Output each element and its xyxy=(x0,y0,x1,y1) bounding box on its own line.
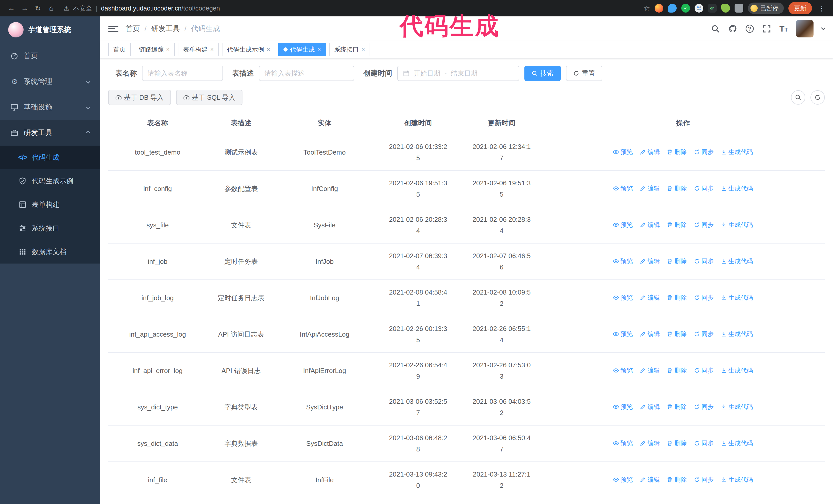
generate-code-link[interactable]: 生成代码 xyxy=(721,401,753,412)
delete-link[interactable]: 删除 xyxy=(667,401,687,412)
delete-link[interactable]: 删除 xyxy=(667,256,687,267)
delete-link[interactable]: 删除 xyxy=(667,292,687,303)
back-icon[interactable]: ← xyxy=(5,2,18,14)
close-icon[interactable]: × xyxy=(210,46,214,52)
extension-icon-6[interactable] xyxy=(721,4,730,13)
import-db-button[interactable]: 基于 DB 导入 xyxy=(108,90,171,105)
edit-link[interactable]: 编辑 xyxy=(640,219,660,231)
preview-link[interactable]: 预览 xyxy=(613,474,633,485)
edit-link[interactable]: 编辑 xyxy=(640,292,660,303)
preview-link[interactable]: 预览 xyxy=(613,256,633,267)
sidebar-item-form-builder[interactable]: 表单构建 xyxy=(0,193,100,216)
tab-codegen-example[interactable]: 代码生成示例× xyxy=(222,43,275,56)
edit-link[interactable]: 编辑 xyxy=(640,329,660,340)
generate-code-link[interactable]: 生成代码 xyxy=(721,256,753,267)
edit-link[interactable]: 编辑 xyxy=(640,256,660,267)
reload-icon[interactable]: ↻ xyxy=(32,2,44,14)
preview-link[interactable]: 预览 xyxy=(613,146,633,158)
sidebar-item-api[interactable]: 系统接口 xyxy=(0,216,100,240)
edit-link[interactable]: 编辑 xyxy=(640,183,660,194)
import-sql-button[interactable]: 基于 SQL 导入 xyxy=(176,90,243,105)
sidebar-item-infra[interactable]: 基础设施 xyxy=(0,94,100,120)
tab-form-builder[interactable]: 表单构建× xyxy=(178,43,219,56)
delete-link[interactable]: 删除 xyxy=(667,219,687,231)
sidebar-item-system[interactable]: ⚙ 系统管理 xyxy=(0,69,100,94)
breadcrumb-home[interactable]: 首页 xyxy=(125,24,140,33)
preview-link[interactable]: 预览 xyxy=(613,292,633,303)
sync-link[interactable]: 同步 xyxy=(694,183,714,194)
font-size-icon[interactable]: TT xyxy=(780,24,788,33)
generate-code-link[interactable]: 生成代码 xyxy=(721,365,753,376)
edit-link[interactable]: 编辑 xyxy=(640,474,660,485)
github-icon[interactable] xyxy=(728,24,737,33)
update-button[interactable]: 更新 xyxy=(788,2,812,14)
sidebar-item-devtools[interactable]: 研发工具 xyxy=(0,120,100,146)
edit-link[interactable]: 编辑 xyxy=(640,146,660,158)
profile-paused-badge[interactable]: 已暂停 xyxy=(748,3,784,14)
extension-icon-4[interactable] xyxy=(695,4,703,13)
generate-code-link[interactable]: 生成代码 xyxy=(721,219,753,231)
extension-icon-1[interactable] xyxy=(654,4,663,13)
delete-link[interactable]: 删除 xyxy=(667,329,687,340)
generate-code-link[interactable]: 生成代码 xyxy=(721,474,753,485)
sync-link[interactable]: 同步 xyxy=(694,256,714,267)
sync-link[interactable]: 同步 xyxy=(694,401,714,412)
close-icon[interactable]: × xyxy=(166,46,170,52)
toggle-search-button[interactable] xyxy=(791,90,805,104)
edit-link[interactable]: 编辑 xyxy=(640,365,660,376)
close-icon[interactable]: × xyxy=(361,46,365,52)
security-label[interactable]: 不安全 xyxy=(73,4,92,13)
app-logo[interactable]: 芋道管理系统 xyxy=(0,17,100,43)
extensions-puzzle-icon[interactable] xyxy=(735,4,743,13)
preview-link[interactable]: 预览 xyxy=(613,401,633,412)
search-button[interactable]: 搜索 xyxy=(524,66,561,81)
search-icon[interactable] xyxy=(711,24,720,33)
url-path[interactable]: /tool/codegen xyxy=(182,5,220,12)
delete-link[interactable]: 删除 xyxy=(667,474,687,485)
generate-code-link[interactable]: 生成代码 xyxy=(721,438,753,449)
preview-link[interactable]: 预览 xyxy=(613,329,633,340)
table-desc-input[interactable] xyxy=(259,66,354,81)
delete-link[interactable]: 删除 xyxy=(667,438,687,449)
delete-link[interactable]: 删除 xyxy=(667,365,687,376)
edit-link[interactable]: 编辑 xyxy=(640,401,660,412)
sync-link[interactable]: 同步 xyxy=(694,474,714,485)
sync-link[interactable]: 同步 xyxy=(694,292,714,303)
date-range-picker[interactable]: 开始日期 - 结束日期 xyxy=(397,66,519,81)
delete-link[interactable]: 删除 xyxy=(667,146,687,158)
sync-link[interactable]: 同步 xyxy=(694,329,714,340)
sidebar-item-codegen[interactable]: </> 代码生成 xyxy=(0,146,100,169)
hamburger-icon[interactable] xyxy=(108,24,118,34)
url-host[interactable]: dashboard.yudao.iocoder.cn xyxy=(101,5,182,12)
preview-link[interactable]: 预览 xyxy=(613,183,633,194)
sidebar-item-db-doc[interactable]: 数据库文档 xyxy=(0,240,100,264)
preview-link[interactable]: 预览 xyxy=(613,365,633,376)
generate-code-link[interactable]: 生成代码 xyxy=(721,329,753,340)
sidebar-item-home[interactable]: 首页 xyxy=(0,43,100,69)
reset-button[interactable]: 重置 xyxy=(566,66,602,81)
fullscreen-icon[interactable] xyxy=(762,24,771,33)
edit-link[interactable]: 编辑 xyxy=(640,438,660,449)
user-avatar[interactable] xyxy=(796,20,813,38)
home-icon[interactable]: ⌂ xyxy=(45,2,57,14)
tab-api[interactable]: 系统接口× xyxy=(329,43,370,56)
generate-code-link[interactable]: 生成代码 xyxy=(721,146,753,158)
chevron-down-icon[interactable] xyxy=(821,26,826,30)
generate-code-link[interactable]: 生成代码 xyxy=(721,183,753,194)
refresh-button[interactable] xyxy=(810,90,825,104)
browser-menu-icon[interactable]: ⋮ xyxy=(816,4,827,13)
sync-link[interactable]: 同步 xyxy=(694,438,714,449)
tab-codegen[interactable]: 代码生成× xyxy=(278,43,326,56)
close-icon[interactable]: × xyxy=(266,46,270,52)
tab-trace[interactable]: 链路追踪× xyxy=(134,43,175,56)
breadcrumb-devtools[interactable]: 研发工具 xyxy=(151,24,180,33)
extension-icon-3[interactable]: ✓ xyxy=(681,4,690,13)
tab-home[interactable]: 首页 xyxy=(108,43,131,56)
sidebar-item-codegen-example[interactable]: 代码生成示例 xyxy=(0,169,100,193)
extension-icon-2[interactable] xyxy=(668,4,677,13)
delete-link[interactable]: 删除 xyxy=(667,183,687,194)
table-name-input[interactable] xyxy=(142,66,223,81)
sync-link[interactable]: 同步 xyxy=(694,365,714,376)
close-icon[interactable]: × xyxy=(317,46,321,52)
preview-link[interactable]: 预览 xyxy=(613,219,633,231)
